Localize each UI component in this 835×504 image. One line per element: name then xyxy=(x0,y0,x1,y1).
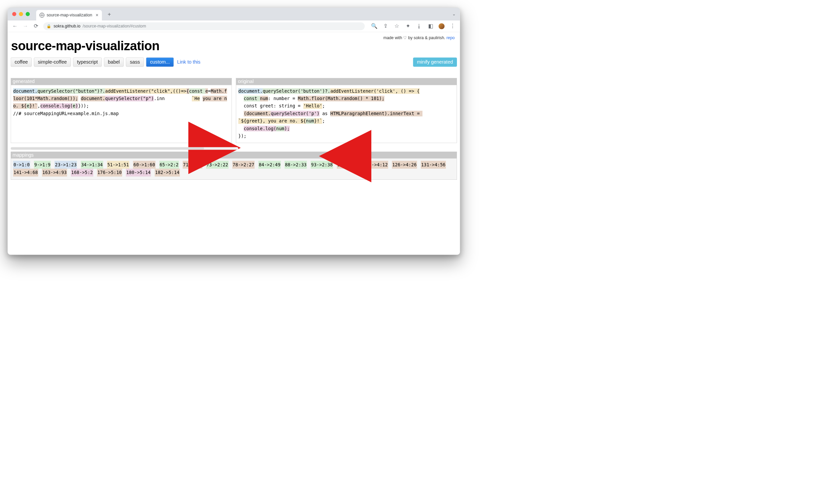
address-bar[interactable]: 🔒 sokra.github.io /source-map-visualizat… xyxy=(43,22,365,30)
code-segment[interactable]: console.log( xyxy=(244,126,276,132)
mapping-entry[interactable]: 34->1:34 xyxy=(81,161,103,169)
code-segment[interactable]: ) xyxy=(75,103,78,109)
mapping-entry[interactable]: 71->2:8 xyxy=(183,161,202,169)
code-segment[interactable]: num xyxy=(306,118,314,124)
mapping-entry[interactable]: 182->5:14 xyxy=(155,169,180,177)
code-segment[interactable] xyxy=(238,96,244,101)
code-segment[interactable]: querySelector("button")?. xyxy=(38,88,105,94)
code-segment[interactable]: })); xyxy=(78,103,89,109)
mapping-entry[interactable]: 84->2:49 xyxy=(258,161,281,169)
code-segment[interactable]: { xyxy=(186,88,189,94)
tabs-dropdown-icon[interactable]: ⌄ xyxy=(452,12,456,16)
code-segment[interactable]: ; xyxy=(322,118,325,124)
mapping-entry[interactable]: 168->5:2 xyxy=(71,169,93,177)
new-tab-button[interactable]: + xyxy=(106,11,113,17)
mapping-entry[interactable]: 131->4:56 xyxy=(421,161,446,169)
mapping-entry[interactable]: 141->4:68 xyxy=(13,169,38,177)
code-segment[interactable]: num xyxy=(276,126,284,132)
code-segment[interactable]: addEventListener("click",(()=> xyxy=(105,88,186,94)
mapping-entry[interactable]: 73->2:22 xyxy=(206,161,228,169)
link-to-this[interactable]: Link to this xyxy=(177,59,200,65)
code-segment[interactable]: document. xyxy=(13,88,38,94)
close-window-icon[interactable] xyxy=(12,12,16,16)
code-segment[interactable]: `He xyxy=(192,96,200,101)
code-segment[interactable]: querySelector('p') xyxy=(271,111,320,117)
code-segment[interactable]: const xyxy=(244,96,260,101)
code-segment[interactable]: Math.floor(Math.random() * 101); xyxy=(298,96,384,101)
code-segment[interactable]: querySelector("p") xyxy=(105,96,154,101)
code-segment[interactable]: e xyxy=(205,88,208,94)
code-segment[interactable]: : number = xyxy=(268,96,298,101)
maximize-window-icon[interactable] xyxy=(26,12,30,16)
code-segment[interactable] xyxy=(238,111,244,117)
code-segment[interactable]: .inn xyxy=(154,96,165,101)
code-segment[interactable]: = xyxy=(208,88,211,94)
mapping-entry[interactable]: 180->5:14 xyxy=(126,169,151,177)
mapping-entry[interactable]: 51->1:51 xyxy=(107,161,129,169)
original-code[interactable]: document.querySelector('button')?.addEve… xyxy=(236,85,457,143)
code-segment[interactable]: querySelector('button')?. xyxy=(263,88,330,94)
horizontal-scrollbar[interactable] xyxy=(11,147,238,150)
code-segment[interactable]: `${greet}, you are no. ${ xyxy=(238,118,306,124)
sass-button[interactable]: sass xyxy=(126,58,144,66)
code-segment[interactable]: num xyxy=(260,96,268,101)
typescript-button[interactable]: typescript xyxy=(73,58,102,66)
mapping-entry[interactable]: 9->1:9 xyxy=(34,161,51,169)
custom-button[interactable]: custom... xyxy=(146,58,174,66)
minify-button[interactable]: minify generated xyxy=(413,58,457,66)
code-segment[interactable]: ; xyxy=(322,103,325,109)
mapping-entry[interactable]: 0->1:0 xyxy=(13,161,30,169)
mapping-entry[interactable]: 126->4:26 xyxy=(392,161,417,169)
mapping-entry[interactable]: 93->2:38 xyxy=(311,161,333,169)
mapping-entry[interactable]: 88->2:33 xyxy=(285,161,307,169)
mapping-entry[interactable]: 23->1:23 xyxy=(55,161,77,169)
code-segment[interactable] xyxy=(238,103,244,109)
code-segment[interactable]: 'Hello' xyxy=(303,103,323,109)
generated-code[interactable]: document.querySelector("button")?.addEve… xyxy=(11,85,231,120)
mapping-entry[interactable]: 65->2:2 xyxy=(159,161,179,169)
minimize-window-icon[interactable] xyxy=(19,12,23,16)
code-segment[interactable] xyxy=(78,96,81,101)
mapping-entry[interactable]: 60->1:60 xyxy=(133,161,156,169)
code-segment[interactable]: e xyxy=(73,103,75,109)
babel-button[interactable]: babel xyxy=(104,58,124,66)
reload-button[interactable]: ⟳ xyxy=(33,23,39,29)
code-segment[interactable] xyxy=(238,126,244,132)
simple-coffee-button[interactable]: simple-coffee xyxy=(34,58,71,66)
code-segment[interactable]: addEventListener('click', () => { xyxy=(330,88,420,94)
code-segment[interactable]: const xyxy=(189,88,205,94)
code-segment[interactable]: }); xyxy=(238,133,246,139)
code-segment[interactable]: }!` xyxy=(29,103,38,109)
mappings-body[interactable]: 0->1:09->1:923->1:2334->1:3451->1:5160->… xyxy=(11,159,457,180)
mapping-entry[interactable]: 78->2:27 xyxy=(232,161,254,169)
code-segment[interactable] xyxy=(165,96,192,101)
active-tab[interactable]: source-map-visualization × xyxy=(36,10,102,20)
code-segment[interactable]: as xyxy=(320,111,330,117)
code-segment[interactable]: //# sourceMappingURL=example.min.js.map xyxy=(13,111,119,117)
code-segment[interactable]: console.log( xyxy=(40,103,73,109)
code-segment[interactable]: (document. xyxy=(244,111,271,117)
downloads-icon[interactable]: ⭳ xyxy=(416,23,423,29)
repo-link[interactable]: repo xyxy=(446,36,455,40)
profile-avatar[interactable] xyxy=(439,23,445,29)
share-icon[interactable]: ⇪ xyxy=(382,23,389,29)
mapping-entry[interactable]: 103->4:3 xyxy=(337,161,359,169)
mapping-entry[interactable]: 112->4:12 xyxy=(363,161,388,169)
code-segment[interactable]: const greet: string = xyxy=(244,103,303,109)
search-icon[interactable]: 🔍 xyxy=(371,23,378,29)
back-button[interactable]: ← xyxy=(12,23,18,29)
menu-icon[interactable]: ⋮ xyxy=(449,23,456,29)
code-segment[interactable]: HTMLParagraphElement).innerText = xyxy=(330,111,422,117)
mapping-entry[interactable]: 163->4:93 xyxy=(42,169,67,177)
code-segment[interactable]: document. xyxy=(238,88,263,94)
code-segment[interactable]: e xyxy=(27,103,29,109)
code-segment[interactable]: ); xyxy=(284,126,290,132)
bookmark-icon[interactable]: ☆ xyxy=(394,23,400,29)
coffee-button[interactable]: coffee xyxy=(11,58,32,66)
code-segment[interactable]: document. xyxy=(81,96,105,101)
close-tab-icon[interactable]: × xyxy=(96,12,99,18)
panel-icon[interactable]: ◧ xyxy=(427,23,433,29)
code-segment[interactable]: , xyxy=(38,103,40,109)
code-segment[interactable]: }!` xyxy=(314,118,322,124)
extensions-icon[interactable]: ✦ xyxy=(405,23,411,29)
